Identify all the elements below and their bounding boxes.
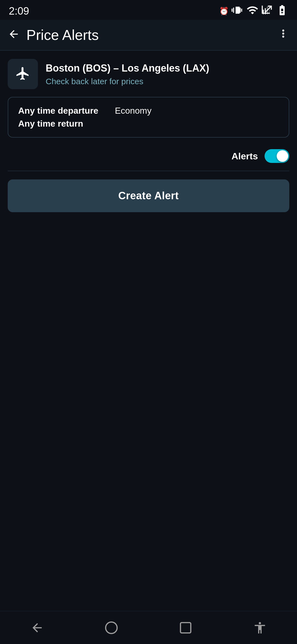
status-icons: ⏰: [219, 4, 288, 18]
section-divider: [8, 171, 289, 171]
content-area: Boston (BOS) – Los Angeles (LAX) Check b…: [0, 51, 297, 644]
flight-icon-box: [8, 59, 38, 89]
flight-details: Boston (BOS) – Los Angeles (LAX) Check b…: [46, 62, 289, 86]
airplane-icon: [15, 66, 31, 82]
flight-info: Boston (BOS) – Los Angeles (LAX) Check b…: [8, 59, 289, 89]
page-title: Price Alerts: [26, 27, 99, 43]
toggle-track[interactable]: [265, 149, 289, 163]
svg-rect-3: [269, 5, 270, 14]
nav-back-button[interactable]: [26, 617, 48, 639]
return-row: Any time return: [18, 119, 279, 129]
svg-rect-2: [267, 7, 268, 14]
flight-route: Boston (BOS) – Los Angeles (LAX): [46, 62, 289, 75]
toggle-thumb: [277, 150, 288, 162]
svg-rect-1: [265, 8, 266, 14]
departure-row: Any time departure Economy: [18, 106, 279, 116]
status-time: 2:09: [9, 5, 29, 17]
vibrate-icon: [232, 4, 244, 18]
status-bar: 2:09 ⏰: [0, 0, 297, 20]
signal-icon: [261, 4, 273, 18]
svg-rect-5: [180, 623, 191, 633]
departure-label: Any time departure: [18, 106, 98, 116]
return-label: Any time return: [18, 119, 83, 129]
svg-point-4: [106, 622, 117, 634]
nav-bar: [0, 611, 297, 644]
trip-info-box: Any time departure Economy Any time retu…: [8, 97, 289, 138]
back-button[interactable]: [8, 28, 20, 42]
alerts-toggle[interactable]: [265, 149, 289, 163]
nav-accessibility-button[interactable]: [249, 617, 271, 639]
app-bar: Price Alerts: [0, 20, 297, 50]
alerts-row: Alerts: [8, 146, 289, 171]
battery-icon: [276, 4, 288, 18]
nav-recents-button[interactable]: [175, 617, 197, 639]
app-bar-left: Price Alerts: [8, 27, 99, 43]
alerts-label: Alerts: [232, 151, 258, 162]
wifi-icon: [246, 4, 258, 18]
cabin-class-value: Economy: [115, 106, 152, 116]
create-alert-button[interactable]: Create Alert: [8, 179, 289, 212]
svg-rect-0: [263, 10, 264, 14]
alarm-icon: ⏰: [219, 7, 229, 16]
nav-home-button[interactable]: [100, 617, 122, 639]
more-options-button[interactable]: [277, 28, 289, 42]
flight-status-text: Check back later for prices: [46, 77, 289, 86]
